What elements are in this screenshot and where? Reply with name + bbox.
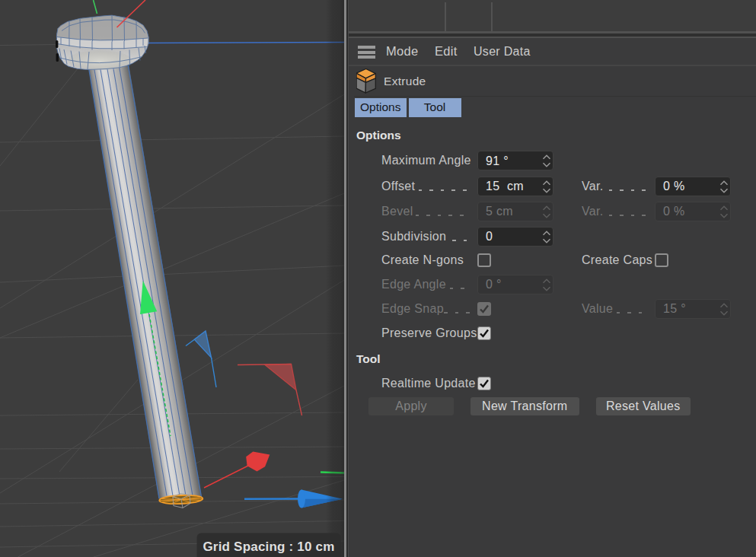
svg-text:Grid Spacing : 10 cm: Grid Spacing : 10 cm bbox=[203, 539, 334, 554]
